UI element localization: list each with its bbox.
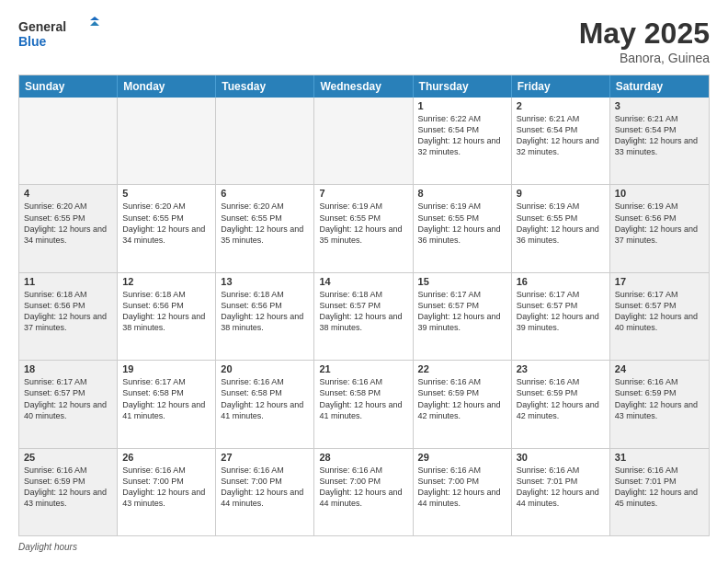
day-number: 23	[517, 363, 605, 374]
calendar-body: 1 Sunrise: 6:22 AMSunset: 6:54 PMDayligh…	[19, 98, 709, 535]
cell-info: Sunrise: 6:20 AMSunset: 6:55 PMDaylight:…	[221, 201, 309, 246]
svg-text:General: General	[18, 19, 66, 34]
cell-5-7: 31 Sunrise: 6:16 AMSunset: 7:01 PMDaylig…	[610, 449, 709, 535]
footer: Daylight hours	[18, 542, 710, 552]
day-number: 17	[615, 276, 704, 287]
header-wednesday: Wednesday	[314, 75, 413, 98]
header: General Blue May 2025 Banora, Guinea	[18, 17, 710, 65]
cell-1-3	[216, 98, 314, 184]
svg-text:Blue: Blue	[18, 34, 47, 49]
day-number: 12	[122, 276, 210, 287]
cell-info: Sunrise: 6:16 AMSunset: 6:59 PMDaylight:…	[418, 376, 506, 421]
day-number: 7	[319, 188, 407, 199]
cell-info: Sunrise: 6:17 AMSunset: 6:57 PMDaylight:…	[615, 289, 704, 334]
cell-info: Sunrise: 6:21 AMSunset: 6:54 PMDaylight:…	[615, 113, 704, 158]
cell-info: Sunrise: 6:20 AMSunset: 6:55 PMDaylight:…	[122, 201, 210, 246]
cell-4-1: 18 Sunrise: 6:17 AMSunset: 6:57 PMDaylig…	[19, 361, 118, 447]
header-monday: Monday	[118, 75, 216, 98]
cell-4-6: 23 Sunrise: 6:16 AMSunset: 6:59 PMDaylig…	[512, 361, 610, 447]
day-number: 1	[418, 100, 506, 111]
cell-1-1	[19, 98, 118, 184]
cell-5-5: 29 Sunrise: 6:16 AMSunset: 7:00 PMDaylig…	[414, 449, 512, 535]
cell-1-5: 1 Sunrise: 6:22 AMSunset: 6:54 PMDayligh…	[414, 98, 512, 184]
cell-2-7: 10 Sunrise: 6:19 AMSunset: 6:56 PMDaylig…	[610, 185, 709, 271]
week-row-5: 25 Sunrise: 6:16 AMSunset: 6:59 PMDaylig…	[19, 448, 709, 535]
calendar: Sunday Monday Tuesday Wednesday Thursday…	[18, 75, 710, 536]
page: General Blue May 2025 Banora, Guinea Sun…	[0, 0, 728, 563]
svg-marker-3	[90, 21, 99, 26]
day-number: 29	[418, 452, 506, 463]
day-number: 28	[319, 452, 407, 463]
cell-info: Sunrise: 6:19 AMSunset: 6:55 PMDaylight:…	[517, 201, 605, 246]
day-number: 3	[615, 100, 704, 111]
day-number: 11	[24, 276, 112, 287]
cell-1-2	[118, 98, 216, 184]
cell-info: Sunrise: 6:16 AMSunset: 7:00 PMDaylight:…	[122, 465, 210, 510]
cell-info: Sunrise: 6:22 AMSunset: 6:54 PMDaylight:…	[418, 113, 506, 158]
cell-3-4: 14 Sunrise: 6:18 AMSunset: 6:57 PMDaylig…	[314, 273, 413, 360]
day-number: 13	[221, 276, 309, 287]
day-number: 19	[122, 363, 210, 374]
cell-info: Sunrise: 6:16 AMSunset: 7:01 PMDaylight:…	[615, 465, 704, 510]
cell-info: Sunrise: 6:16 AMSunset: 7:00 PMDaylight:…	[418, 465, 506, 510]
cell-info: Sunrise: 6:17 AMSunset: 6:57 PMDaylight:…	[24, 376, 112, 421]
logo: General Blue	[18, 17, 101, 52]
day-number: 24	[615, 363, 704, 374]
cell-info: Sunrise: 6:21 AMSunset: 6:54 PMDaylight:…	[517, 113, 605, 158]
header-tuesday: Tuesday	[216, 75, 314, 98]
cell-info: Sunrise: 6:16 AMSunset: 7:01 PMDaylight:…	[517, 465, 605, 510]
header-saturday: Saturday	[610, 75, 709, 98]
cell-info: Sunrise: 6:19 AMSunset: 6:55 PMDaylight:…	[418, 201, 506, 246]
header-thursday: Thursday	[414, 75, 512, 98]
day-number: 20	[221, 363, 309, 374]
day-number: 15	[418, 276, 506, 287]
day-number: 4	[24, 188, 112, 199]
cell-4-3: 20 Sunrise: 6:16 AMSunset: 6:58 PMDaylig…	[216, 361, 314, 447]
cell-info: Sunrise: 6:16 AMSunset: 6:59 PMDaylight:…	[615, 376, 704, 421]
cell-2-4: 7 Sunrise: 6:19 AMSunset: 6:55 PMDayligh…	[314, 185, 413, 271]
day-number: 21	[319, 363, 407, 374]
cell-info: Sunrise: 6:16 AMSunset: 6:59 PMDaylight:…	[517, 376, 605, 421]
day-number: 14	[319, 276, 407, 287]
day-number: 25	[24, 452, 112, 463]
day-number: 8	[418, 188, 506, 199]
week-row-3: 11 Sunrise: 6:18 AMSunset: 6:56 PMDaylig…	[19, 272, 709, 360]
cell-3-5: 15 Sunrise: 6:17 AMSunset: 6:57 PMDaylig…	[414, 273, 512, 360]
day-number: 27	[221, 452, 309, 463]
day-number: 30	[517, 452, 605, 463]
footer-label: Daylight hours	[18, 542, 77, 552]
cell-1-4	[314, 98, 413, 184]
cell-3-7: 17 Sunrise: 6:17 AMSunset: 6:57 PMDaylig…	[610, 273, 709, 360]
cell-info: Sunrise: 6:19 AMSunset: 6:55 PMDaylight:…	[319, 201, 407, 246]
cell-info: Sunrise: 6:16 AMSunset: 7:00 PMDaylight:…	[319, 465, 407, 510]
cell-4-7: 24 Sunrise: 6:16 AMSunset: 6:59 PMDaylig…	[610, 361, 709, 447]
week-row-1: 1 Sunrise: 6:22 AMSunset: 6:54 PMDayligh…	[19, 98, 709, 184]
cell-info: Sunrise: 6:18 AMSunset: 6:56 PMDaylight:…	[122, 289, 210, 334]
day-number: 6	[221, 188, 309, 199]
day-number: 22	[418, 363, 506, 374]
cell-info: Sunrise: 6:17 AMSunset: 6:57 PMDaylight:…	[517, 289, 605, 334]
cell-2-6: 9 Sunrise: 6:19 AMSunset: 6:55 PMDayligh…	[512, 185, 610, 271]
cell-5-1: 25 Sunrise: 6:16 AMSunset: 6:59 PMDaylig…	[19, 449, 118, 535]
cell-5-3: 27 Sunrise: 6:16 AMSunset: 7:00 PMDaylig…	[216, 449, 314, 535]
cell-info: Sunrise: 6:18 AMSunset: 6:56 PMDaylight:…	[24, 289, 112, 334]
cell-1-6: 2 Sunrise: 6:21 AMSunset: 6:54 PMDayligh…	[512, 98, 610, 184]
cell-info: Sunrise: 6:16 AMSunset: 6:59 PMDaylight:…	[24, 465, 112, 510]
cell-3-1: 11 Sunrise: 6:18 AMSunset: 6:56 PMDaylig…	[19, 273, 118, 360]
cell-2-3: 6 Sunrise: 6:20 AMSunset: 6:55 PMDayligh…	[216, 185, 314, 271]
cell-info: Sunrise: 6:16 AMSunset: 6:58 PMDaylight:…	[319, 376, 407, 421]
header-friday: Friday	[512, 75, 610, 98]
cell-2-1: 4 Sunrise: 6:20 AMSunset: 6:55 PMDayligh…	[19, 185, 118, 271]
cell-2-2: 5 Sunrise: 6:20 AMSunset: 6:55 PMDayligh…	[118, 185, 216, 271]
cell-5-2: 26 Sunrise: 6:16 AMSunset: 7:00 PMDaylig…	[118, 449, 216, 535]
cell-info: Sunrise: 6:18 AMSunset: 6:57 PMDaylight:…	[319, 289, 407, 334]
cell-3-3: 13 Sunrise: 6:18 AMSunset: 6:56 PMDaylig…	[216, 273, 314, 360]
calendar-header: Sunday Monday Tuesday Wednesday Thursday…	[19, 75, 709, 98]
day-number: 16	[517, 276, 605, 287]
cell-info: Sunrise: 6:16 AMSunset: 7:00 PMDaylight:…	[221, 465, 309, 510]
cell-4-5: 22 Sunrise: 6:16 AMSunset: 6:59 PMDaylig…	[414, 361, 512, 447]
svg-marker-2	[90, 17, 99, 20]
month-title: May 2025	[579, 17, 710, 51]
cell-info: Sunrise: 6:18 AMSunset: 6:56 PMDaylight:…	[221, 289, 309, 334]
cell-info: Sunrise: 6:17 AMSunset: 6:57 PMDaylight:…	[418, 289, 506, 334]
